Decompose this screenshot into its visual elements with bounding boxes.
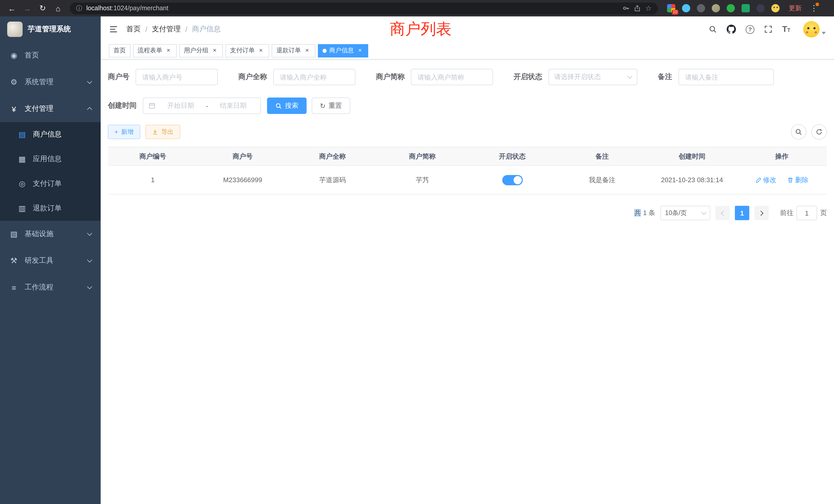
- close-icon[interactable]: ×: [165, 47, 172, 54]
- site-info-icon[interactable]: ⓘ: [76, 4, 82, 13]
- tab-process-form[interactable]: 流程表单 ×: [133, 44, 177, 57]
- sidebar-item-merchant-info[interactable]: ▤ 商户信息: [0, 122, 101, 147]
- app-title: 芋道管理系统: [28, 25, 71, 34]
- remark-input[interactable]: [678, 69, 774, 85]
- chevron-down-icon: [701, 210, 706, 215]
- sidebar-item-workflow[interactable]: ≡ 工作流程: [0, 274, 101, 301]
- refresh-table-button[interactable]: [811, 124, 827, 140]
- extension-icon[interactable]: [697, 4, 705, 12]
- fullscreen-icon[interactable]: [764, 25, 772, 33]
- prev-page-button[interactable]: [716, 206, 730, 220]
- extension-icon[interactable]: [712, 4, 720, 12]
- page: ← → ↻ ⌂ ⓘ localhost:1024/pay/merchant ☆ …: [0, 0, 834, 504]
- sidebar-item-pay-order[interactable]: ◎ 支付订单: [0, 171, 101, 196]
- order-icon: ◎: [18, 179, 27, 188]
- gear-icon: ⚙: [9, 77, 19, 87]
- profile-avatar-icon[interactable]: [771, 4, 780, 12]
- add-button[interactable]: + 新增: [108, 125, 140, 139]
- tab-merchant-info[interactable]: 商户信息 ×: [318, 44, 368, 57]
- extension-icon[interactable]: [756, 4, 765, 12]
- total-count: 共1 条: [634, 208, 655, 217]
- chevron-down-icon: [87, 284, 92, 289]
- url-bar[interactable]: ⓘ localhost:1024/pay/merchant ☆: [70, 2, 658, 14]
- search-icon[interactable]: [709, 25, 717, 33]
- page-number-1[interactable]: 1: [735, 206, 749, 220]
- browser-update-button[interactable]: 更新: [789, 4, 802, 13]
- sidebar-item-dev-tools[interactable]: ⚒ 研发工具: [0, 247, 101, 274]
- yen-icon: ¥: [9, 105, 19, 113]
- sidebar-item-home[interactable]: ◉ 首页: [0, 42, 101, 69]
- status-toggle[interactable]: [502, 175, 523, 185]
- sidebar-item-app-info[interactable]: ▦ 应用信息: [0, 147, 101, 171]
- breadcrumb-home[interactable]: 首页: [126, 25, 141, 34]
- next-page-button[interactable]: [754, 206, 769, 220]
- github-icon[interactable]: [727, 25, 736, 34]
- col-status: 开启状态: [467, 147, 557, 165]
- cell-merchant-no: M233666999: [198, 165, 288, 194]
- user-avatar[interactable]: [803, 21, 826, 38]
- status-label: 开启状态: [513, 72, 542, 82]
- short-name-input[interactable]: [411, 69, 493, 85]
- sidebar-item-refund-order[interactable]: ▥ 退款订单: [0, 196, 101, 221]
- search-button[interactable]: 搜索: [267, 97, 307, 114]
- status-select[interactable]: 请选择开启状态: [548, 69, 637, 85]
- toggle-search-button[interactable]: [791, 124, 806, 140]
- share-icon[interactable]: [634, 5, 641, 12]
- top-navbar: 首页 / 支付管理 / 商户信息 商户列表 ?: [101, 17, 834, 42]
- tab-refund-order[interactable]: 退款订单 ×: [272, 44, 315, 57]
- breadcrumb-payment[interactable]: 支付管理: [152, 25, 181, 34]
- calendar-icon: [148, 102, 156, 109]
- sidebar-item-system[interactable]: ⚙ 系统管理: [0, 69, 101, 95]
- export-button[interactable]: 导出: [145, 125, 180, 139]
- reset-button[interactable]: ↻ 重置: [312, 97, 350, 114]
- full-name-input[interactable]: [273, 69, 355, 85]
- browser-menu-button[interactable]: ⋮: [809, 4, 819, 13]
- goto-page-input[interactable]: [796, 206, 817, 220]
- merchant-card-icon: ▤: [18, 130, 27, 139]
- cell-actions: 修改 删除: [737, 165, 827, 194]
- remark-label: 备注: [658, 72, 672, 82]
- edit-link[interactable]: 修改: [755, 175, 776, 184]
- extension-icon[interactable]: [742, 4, 750, 12]
- close-icon[interactable]: ×: [211, 47, 218, 54]
- breadcrumb: 首页 / 支付管理 / 商户信息: [126, 25, 221, 34]
- font-size-icon[interactable]: TT: [782, 25, 790, 34]
- password-key-icon[interactable]: [623, 5, 630, 12]
- app-logo[interactable]: 芋道管理系统: [0, 17, 101, 42]
- delete-link[interactable]: 删除: [788, 175, 809, 184]
- date-end-placeholder: 结束日期: [211, 101, 255, 110]
- help-icon[interactable]: ?: [746, 25, 754, 33]
- create-time-range-picker[interactable]: 开始日期 - 结束日期: [143, 97, 261, 114]
- avatar-image: [803, 21, 820, 38]
- bookmark-star-icon[interactable]: ☆: [645, 4, 652, 12]
- sidebar-item-infrastructure[interactable]: ▧ 基础设施: [0, 221, 101, 247]
- browser-home-button[interactable]: ⌂: [51, 2, 65, 15]
- sidebar-item-payment[interactable]: ¥ 支付管理: [0, 95, 101, 122]
- browser-reload-button[interactable]: ↻: [36, 2, 49, 15]
- dashboard-icon: ◉: [9, 51, 19, 60]
- short-name-label: 商户简称: [376, 72, 405, 82]
- close-icon[interactable]: ×: [257, 47, 264, 54]
- create-time-label: 创建时间: [108, 101, 137, 110]
- tab-pay-order[interactable]: 支付订单 ×: [225, 44, 269, 57]
- close-icon[interactable]: ×: [356, 47, 364, 54]
- page-size-select[interactable]: 10条/页: [660, 206, 710, 220]
- tab-home[interactable]: 首页: [109, 44, 130, 57]
- payment-submenu: ▤ 商户信息 ▦ 应用信息 ◎ 支付订单 ▥ 退款订单: [0, 122, 101, 221]
- merchant-no-input[interactable]: [136, 69, 218, 85]
- hamburger-icon[interactable]: [109, 25, 118, 34]
- col-merchant-index: 商户编号: [108, 147, 198, 165]
- col-actions: 操作: [737, 147, 827, 165]
- browser-back-button[interactable]: ←: [5, 2, 19, 15]
- tab-user-group[interactable]: 用户分组 ×: [179, 44, 223, 57]
- extension-icon[interactable]: [682, 4, 690, 12]
- page-annotation: 商户列表: [390, 19, 452, 40]
- close-icon[interactable]: ×: [304, 47, 311, 54]
- browser-forward-button[interactable]: →: [21, 2, 34, 15]
- extensions-area: 10: [667, 4, 780, 12]
- extension-icon[interactable]: 10: [667, 4, 675, 12]
- merchant-table: 商户编号 商户号 商户全称 商户简称 开启状态 备注 创建时间 操作 1: [108, 147, 827, 194]
- extension-icon[interactable]: [727, 4, 735, 12]
- filter-row-1: 商户号 商户全称 商户简称 开启状态 请选择开启状态: [108, 69, 827, 85]
- table-header-row: 商户编号 商户号 商户全称 商户简称 开启状态 备注 创建时间 操作: [108, 147, 827, 165]
